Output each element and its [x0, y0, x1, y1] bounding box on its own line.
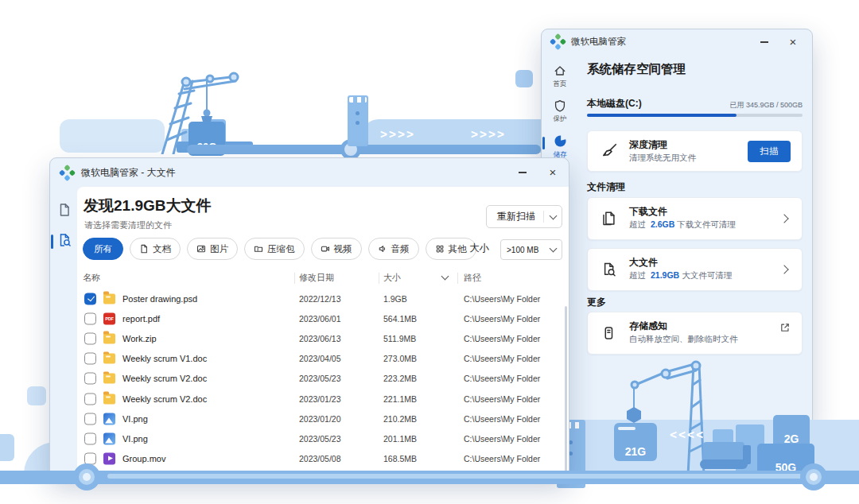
- nav-item-home[interactable]: 首页: [542, 64, 578, 89]
- close-button[interactable]: ×: [546, 165, 559, 178]
- sort-chevron-icon[interactable]: [441, 273, 449, 281]
- file-name: Group.mov: [122, 454, 165, 463]
- subtitle-suffix: 大文件可清理: [682, 270, 732, 280]
- rescan-dropdown[interactable]: [544, 215, 562, 219]
- column-path: 路径: [464, 272, 481, 284]
- close-icon: ×: [550, 166, 557, 178]
- png-file-icon: [103, 413, 115, 425]
- file-size: 201.1MB: [383, 434, 417, 444]
- nav-label: 首页: [554, 79, 567, 89]
- download-files-card[interactable]: 下载文件 超过2.6GB下载文件可清理: [587, 197, 803, 240]
- row-checkbox[interactable]: [84, 332, 96, 344]
- file-name: Weekly scrum V2.doc: [122, 394, 207, 404]
- column-size[interactable]: 大小: [383, 272, 401, 284]
- nav-item-storage[interactable]: 储存: [542, 134, 578, 160]
- doc-file-icon: [103, 394, 115, 404]
- file-size: 221.1MB: [383, 394, 417, 404]
- card-title: 大文件: [629, 256, 658, 269]
- table-row[interactable]: Weekly scrum V2.doc 2023/05/23 223.2MB C…: [77, 369, 569, 389]
- filter-documents[interactable]: 文档: [130, 238, 181, 260]
- deep-clean-card[interactable]: 深度清理 清理系统无用文件 扫描: [587, 130, 803, 172]
- flow-arrows-icon: >>>>: [380, 127, 415, 142]
- sidebar-item-large-files[interactable]: [57, 233, 72, 247]
- files-header-title: 发现21.9GB大文件: [84, 196, 211, 216]
- card-title: 存储感知: [629, 320, 667, 333]
- active-sidebar-indicator: [51, 235, 53, 249]
- filter-label: 音频: [391, 243, 410, 255]
- large-files-card[interactable]: 大文件 超过21.9GB大文件可清理: [587, 248, 803, 291]
- filter-other[interactable]: 其他: [426, 238, 476, 260]
- file-size: 564.1MB: [383, 314, 417, 324]
- nav-item-protect[interactable]: 保护: [542, 99, 578, 124]
- file-path: C:\Useers\My Folder: [464, 434, 540, 444]
- storage-titlebar[interactable]: 微软电脑管家: [542, 29, 812, 53]
- files-titlebar[interactable]: 微软电脑管家 - 大文件: [50, 158, 569, 187]
- row-checkbox[interactable]: [84, 353, 96, 365]
- table-row[interactable]: Weekly scrum V1.doc 2023/04/05 273.0MB C…: [77, 349, 569, 369]
- file-path: C:\Useers\My Folder: [464, 374, 540, 383]
- chevron-down-icon: [549, 211, 557, 219]
- table-row[interactable]: VI.png 2023/01/20 210.2MB C:\Useers\My F…: [77, 409, 569, 428]
- row-checkbox[interactable]: [84, 413, 96, 425]
- download-file-icon: [601, 211, 616, 227]
- filter-label: 压缩包: [267, 243, 295, 255]
- file-name: Weekly scrum V2.doc: [122, 374, 207, 383]
- minimize-button[interactable]: [758, 36, 771, 48]
- file-date: 2023/06/01: [299, 314, 341, 324]
- document-icon: [57, 203, 72, 217]
- card-title: 深度清理: [629, 138, 667, 152]
- row-checkbox[interactable]: [84, 453, 96, 465]
- table-row[interactable]: Poster drawing.psd 2022/12/13 1.9GB C:\U…: [77, 289, 569, 308]
- psd-file-icon: [103, 293, 115, 304]
- file-path: C:\Useers\My Folder: [464, 334, 540, 343]
- desktop: >>>> >>>> 30G: [0, 0, 859, 504]
- row-checkbox[interactable]: [84, 293, 96, 304]
- file-path: C:\Useers\My Folder: [464, 394, 540, 404]
- pc-manager-logo-icon: [550, 33, 566, 49]
- external-link-icon: [779, 322, 791, 333]
- filter-archives[interactable]: 压缩包: [244, 238, 305, 260]
- sidebar-item-downloads[interactable]: [57, 203, 72, 217]
- storage-folder-21g: 21G: [614, 423, 657, 461]
- row-checkbox[interactable]: [84, 432, 96, 444]
- file-date: 2023/01/20: [299, 414, 341, 424]
- row-checkbox[interactable]: [84, 312, 96, 324]
- document-icon: [139, 244, 149, 254]
- doc-file-icon: [103, 374, 115, 384]
- scan-button[interactable]: 扫描: [748, 141, 791, 162]
- filter-label: 图片: [210, 243, 228, 255]
- filter-label: 文档: [153, 243, 171, 255]
- subtitle-prefix: 超过: [629, 219, 646, 229]
- table-row[interactable]: VI.png 2023/05/23 201.1MB C:\Useers\My F…: [77, 428, 569, 448]
- row-checkbox[interactable]: [84, 373, 96, 385]
- table-row[interactable]: Group.mov 2023/05/08 168.5MB C:\Useers\M…: [77, 449, 569, 469]
- size-filter-dropdown[interactable]: >100 MB: [500, 239, 562, 260]
- filter-all[interactable]: 所有: [83, 238, 123, 260]
- filter-label: 所有: [94, 243, 112, 255]
- filter-audio[interactable]: 音频: [368, 238, 419, 260]
- close-button[interactable]: ×: [787, 35, 799, 48]
- square-shape: [27, 386, 46, 405]
- window-title: 微软电脑管家: [571, 36, 626, 48]
- bulldozer-tracks: [700, 459, 748, 469]
- file-name: report.pdf: [122, 314, 160, 324]
- chevron-right-icon: [779, 265, 788, 273]
- file-date: 2023/05/23: [299, 374, 341, 383]
- audio-icon: [378, 244, 387, 254]
- file-list: Poster drawing.psd 2022/12/13 1.9GB C:\U…: [77, 289, 569, 469]
- page-title: 系统储存空间管理: [587, 61, 686, 78]
- subtitle-suffix: 下载文件可清理: [677, 219, 736, 229]
- table-row[interactable]: Work.zip 2023/06/13 511.9MB C:\Useers\My…: [77, 328, 569, 348]
- table-row[interactable]: Weekly scrum V2.doc 2023/01/23 221.1MB C…: [77, 389, 569, 409]
- card-subtitle: 超过2.6GB下载文件可清理: [629, 219, 736, 231]
- minimize-button[interactable]: [516, 166, 529, 179]
- filter-videos[interactable]: 视频: [311, 238, 362, 260]
- table-row[interactable]: PDF report.pdf 2023/06/01 564.1MB C:\Use…: [77, 308, 569, 328]
- pc-manager-logo-icon: [59, 164, 76, 180]
- file-date: 2023/04/05: [299, 354, 341, 363]
- row-checkbox[interactable]: [84, 393, 96, 405]
- rescan-button[interactable]: 重新扫描: [486, 205, 562, 228]
- flow-arrows-icon: <<<<: [670, 428, 705, 442]
- vertical-scrollbar[interactable]: [565, 306, 567, 471]
- filter-images[interactable]: 图片: [187, 238, 238, 260]
